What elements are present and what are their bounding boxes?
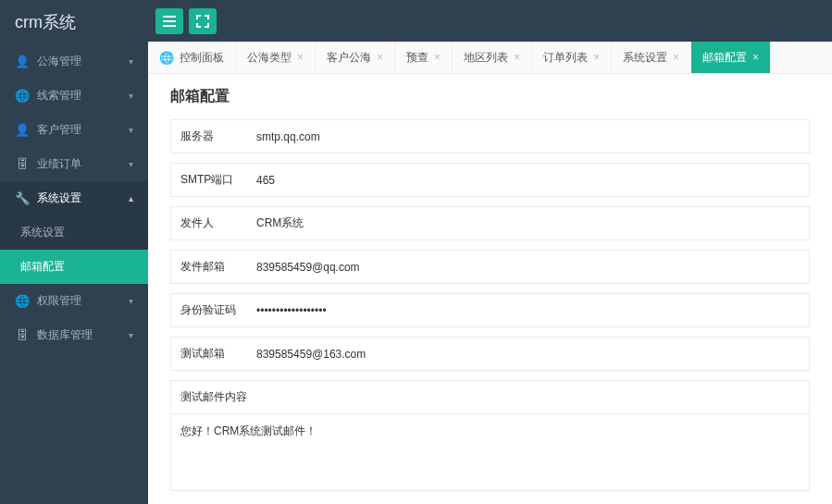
chevron-up-icon: ▴ xyxy=(129,193,133,203)
port-input[interactable] xyxy=(247,164,809,196)
field-port-row: SMTP端口 xyxy=(170,163,810,197)
tab-label: 控制面板 xyxy=(180,50,224,66)
close-icon[interactable]: × xyxy=(514,51,520,64)
test-email-input[interactable] xyxy=(247,338,809,370)
field-server-row: 服务器 xyxy=(170,119,810,154)
server-input[interactable] xyxy=(247,120,809,153)
close-icon[interactable]: × xyxy=(434,51,441,64)
user-icon: 👤 xyxy=(15,55,30,68)
brand-title: crm系统 xyxy=(0,0,148,44)
field-sender-row: 发件人 xyxy=(170,206,810,240)
home-icon: 🌐 xyxy=(159,51,174,65)
tab-label: 订单列表 xyxy=(543,50,588,66)
svg-rect-0 xyxy=(163,16,176,18)
chevron-down-icon: ▾ xyxy=(129,91,133,101)
tab-label: 邮箱配置 xyxy=(702,50,747,66)
database-icon: 🗄 xyxy=(15,157,30,171)
chevron-down-icon: ▾ xyxy=(129,125,133,135)
menu-toggle-button[interactable] xyxy=(155,8,183,34)
close-icon[interactable]: × xyxy=(752,51,759,64)
nav-label: 客户管理 xyxy=(37,122,129,138)
auth-code-input[interactable] xyxy=(247,294,809,326)
sub-label: 邮箱配置 xyxy=(20,260,65,273)
user-icon: 👤 xyxy=(15,123,30,137)
sub-label: 系统设置 xyxy=(20,226,65,239)
fullscreen-button[interactable] xyxy=(189,8,217,34)
test-body-input[interactable] xyxy=(171,413,809,487)
nav-label: 线索管理 xyxy=(37,88,129,104)
tab-customer-sea[interactable]: 客户公海 × xyxy=(316,42,395,73)
tab-system[interactable]: 系统设置 × xyxy=(612,42,691,73)
globe-icon: 🌐 xyxy=(15,294,30,308)
chevron-down-icon: ▾ xyxy=(129,330,133,340)
tabs: 🌐 控制面板 公海类型 × 客户公海 × 预查 × 地区列表 × 订单列表 × xyxy=(148,42,832,74)
tab-mail-config[interactable]: 邮箱配置 × xyxy=(691,42,771,73)
tab-label: 预查 xyxy=(406,50,428,66)
globe-icon: 🌐 xyxy=(15,89,30,103)
field-test-body-row: 测试邮件内容 xyxy=(170,380,810,491)
gear-icon: 🔧 xyxy=(15,191,30,205)
main: 🌐 控制面板 公海类型 × 客户公海 × 预查 × 地区列表 × 订单列表 × xyxy=(148,0,832,504)
chevron-down-icon: ▾ xyxy=(129,159,133,169)
sender-input[interactable] xyxy=(247,207,809,240)
field-auth-row: 身份验证码 xyxy=(170,293,810,327)
sidebar-item-leads[interactable]: 🌐 线索管理 ▾ xyxy=(0,79,148,113)
expand-icon xyxy=(196,15,209,28)
field-auth-label: 身份验证码 xyxy=(171,294,247,326)
tab-regions[interactable]: 地区列表 × xyxy=(453,42,532,73)
tab-label: 系统设置 xyxy=(623,50,667,66)
field-sender-label: 发件人 xyxy=(171,207,247,240)
close-icon[interactable]: × xyxy=(593,51,600,64)
tab-label: 客户公海 xyxy=(327,50,371,66)
nav: 👤 公海管理 ▾ 🌐 线索管理 ▾ 👤 客户管理 ▾ 🗄 业绩订单 ▾ 🔧 xyxy=(0,44,148,352)
nav-label: 权限管理 xyxy=(37,293,129,309)
sidebar-item-permissions[interactable]: 🌐 权限管理 ▾ xyxy=(0,284,148,318)
nav-label: 数据库管理 xyxy=(37,327,129,343)
sub-item-mail-config[interactable]: 邮箱配置 xyxy=(0,250,148,284)
nav-label: 系统设置 xyxy=(37,191,129,206)
sub-item-system-settings[interactable]: 系统设置 xyxy=(0,215,148,250)
menu-icon xyxy=(163,16,176,27)
sidebar-item-system[interactable]: 🔧 系统设置 ▴ xyxy=(0,181,148,215)
sender-email-input[interactable] xyxy=(247,251,809,283)
database-icon: 🗄 xyxy=(15,328,30,342)
field-test-email-label: 测试邮箱 xyxy=(171,338,247,370)
close-icon[interactable]: × xyxy=(377,51,383,64)
page-title: 邮箱配置 xyxy=(170,87,810,106)
sidebar-item-customers[interactable]: 👤 客户管理 ▾ xyxy=(0,113,148,147)
tab-preview[interactable]: 预查 × xyxy=(395,42,453,73)
field-test-body-label: 测试邮件内容 xyxy=(171,381,809,413)
chevron-down-icon: ▾ xyxy=(129,56,133,67)
svg-rect-1 xyxy=(163,20,176,22)
field-server-label: 服务器 xyxy=(171,120,247,153)
tab-dashboard[interactable]: 🌐 控制面板 xyxy=(148,42,236,73)
tab-label: 公海类型 xyxy=(247,50,292,66)
nav-label: 公海管理 xyxy=(37,54,129,69)
field-sender-email-label: 发件邮箱 xyxy=(171,251,247,283)
sub-nav-system: 系统设置 邮箱配置 xyxy=(0,215,148,284)
chevron-down-icon: ▾ xyxy=(129,296,133,306)
field-sender-email-row: 发件邮箱 xyxy=(170,250,810,284)
sidebar: crm系统 👤 公海管理 ▾ 🌐 线索管理 ▾ 👤 客户管理 ▾ 🗄 业绩订单 … xyxy=(0,0,148,504)
field-test-email-row: 测试邮箱 xyxy=(170,337,810,371)
nav-label: 业绩订单 xyxy=(37,156,129,172)
tab-orders[interactable]: 订单列表 × xyxy=(532,42,612,73)
sidebar-item-sea[interactable]: 👤 公海管理 ▾ xyxy=(0,44,148,79)
sidebar-item-database[interactable]: 🗄 数据库管理 ▾ xyxy=(0,318,148,352)
content: 邮箱配置 服务器 SMTP端口 发件人 发件邮箱 身份验证码 xyxy=(148,74,832,504)
svg-rect-2 xyxy=(163,25,176,27)
tab-sea-type[interactable]: 公海类型 × xyxy=(236,42,316,73)
close-icon[interactable]: × xyxy=(297,51,304,64)
tab-label: 地区列表 xyxy=(464,50,508,66)
field-port-label: SMTP端口 xyxy=(171,164,247,196)
sidebar-item-orders[interactable]: 🗄 业绩订单 ▾ xyxy=(0,147,148,181)
topbar xyxy=(148,0,832,42)
close-icon[interactable]: × xyxy=(673,51,679,64)
